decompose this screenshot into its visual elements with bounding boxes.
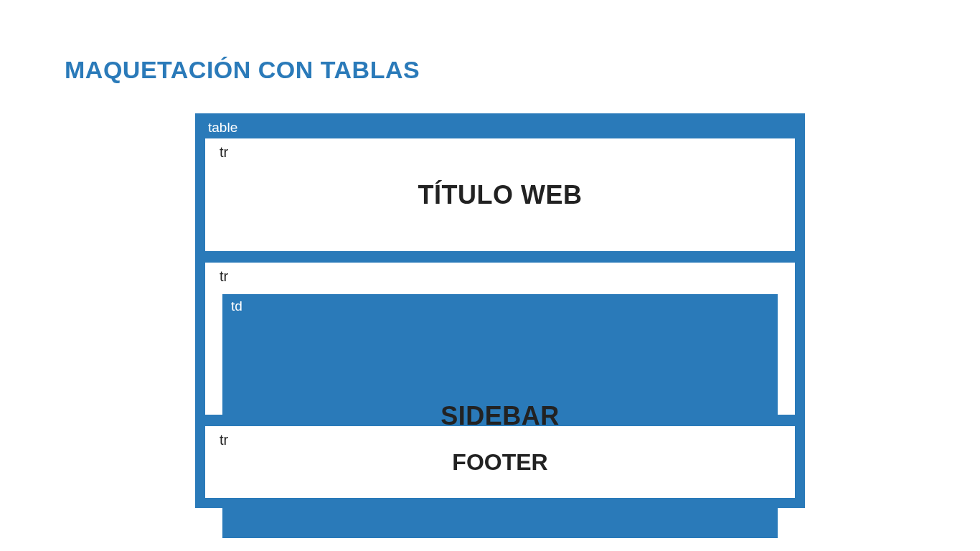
- footer-heading: FOOTER: [452, 449, 547, 476]
- tr-tag-label: tr: [220, 432, 228, 448]
- table-container: table tr TÍTULO WEB tr td SIDEBAR td CON…: [195, 113, 805, 508]
- tr-tag-label: tr: [220, 144, 228, 161]
- table-row-header: tr TÍTULO WEB: [205, 138, 795, 251]
- td-tag-label: td: [231, 298, 242, 314]
- table-row-body: tr td SIDEBAR td CONTENT: [205, 263, 795, 415]
- tr-tag-label: tr: [220, 268, 228, 285]
- td-sidebar: td SIDEBAR: [222, 294, 778, 538]
- page-title: MAQUETACIÓN CON TABLAS: [65, 56, 420, 84]
- table-row-footer: tr FOOTER: [205, 426, 795, 498]
- header-heading: TÍTULO WEB: [418, 180, 583, 210]
- table-tag-label: table: [205, 117, 795, 138]
